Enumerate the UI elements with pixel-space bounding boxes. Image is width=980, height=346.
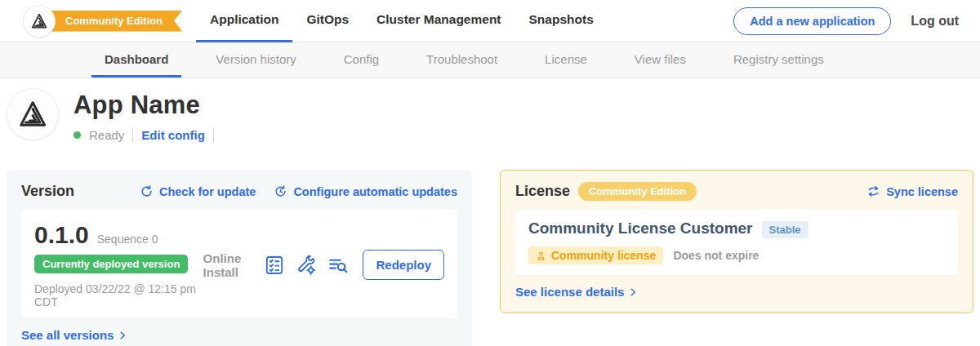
brand: Community Edition — [23, 5, 176, 38]
sync-icon — [866, 184, 880, 198]
license-card-title: License — [515, 183, 570, 200]
preflight-checklist-icon[interactable] — [264, 255, 285, 276]
license-card: License Community Edition Sync license C… — [500, 170, 973, 313]
community-edition-ribbon: Community Edition — [39, 11, 182, 32]
top-nav-bar: Community Edition Application GitOps Clu… — [0, 0, 980, 42]
app-status: Ready — [89, 128, 124, 142]
see-license-details-link[interactable]: See license details — [515, 285, 638, 299]
replicated-app-icon — [17, 99, 48, 130]
edit-config-link[interactable]: Edit config — [141, 128, 205, 142]
redeploy-button[interactable]: Redeploy — [363, 250, 444, 280]
current-version-panel: 0.1.0 Sequence 0 Currently deployed vers… — [21, 210, 457, 318]
channel-badge: Stable — [762, 221, 808, 238]
app-status-row: Ready Edit config — [74, 128, 214, 142]
app-sub-nav: Dashboard Version history Config Trouble… — [0, 42, 980, 78]
version-card-title: Version — [21, 183, 74, 200]
primary-tabs: Application GitOps Cluster Management Sn… — [196, 0, 608, 42]
chevron-right-icon — [628, 287, 638, 297]
configure-automatic-updates-link[interactable]: Configure automatic updates — [274, 184, 457, 198]
install-type-label: Online Install — [203, 251, 252, 279]
schedule-update-icon — [274, 184, 287, 198]
deployed-timestamp: Deployed 03/22/22 @ 12:15 pm CDT — [34, 282, 203, 308]
see-all-versions-link[interactable]: See all versions — [21, 328, 127, 342]
diff-search-icon[interactable] — [327, 255, 349, 276]
divider — [213, 129, 214, 142]
subnav-item-dashboard[interactable]: Dashboard — [91, 42, 181, 78]
refresh-icon — [140, 184, 154, 198]
chevron-right-icon — [118, 330, 127, 340]
replicated-logo-icon — [30, 12, 48, 30]
subnav-item-registry-settings[interactable]: Registry settings — [720, 42, 837, 78]
sync-license-link[interactable]: Sync license — [866, 184, 958, 198]
page-title: App Name — [74, 91, 214, 120]
replicated-logo — [23, 5, 56, 38]
license-details-panel: Community License Customer Stable Commun… — [515, 210, 958, 275]
divider — [132, 129, 133, 142]
ribbon-label: Community Edition — [65, 15, 163, 27]
check-for-update-link[interactable]: Check for update — [140, 184, 256, 198]
tab-gitops[interactable]: GitOps — [292, 0, 363, 42]
dashboard-cards: Version Check for update — [0, 163, 980, 346]
license-type-badge: Community license — [528, 246, 663, 264]
tab-cluster-management[interactable]: Cluster Management — [363, 0, 514, 42]
customer-name: Community License Customer — [528, 220, 753, 237]
wrench-gear-icon[interactable] — [296, 255, 317, 276]
subnav-item-view-files[interactable]: View files — [621, 42, 699, 78]
version-card: Version Check for update — [7, 170, 472, 346]
add-new-application-button[interactable]: Add a new application — [733, 7, 891, 35]
subnav-item-troubleshoot[interactable]: Troubleshoot — [413, 42, 510, 78]
currently-deployed-badge: Currently deployed version — [34, 255, 188, 273]
status-dot — [74, 131, 81, 139]
sequence-label: Sequence 0 — [97, 233, 158, 246]
app-header: App Name Ready Edit config — [0, 78, 980, 163]
person-icon — [536, 251, 546, 261]
subnav-item-config[interactable]: Config — [331, 42, 392, 78]
logout-link[interactable]: Log out — [911, 14, 959, 29]
version-number: 0.1.0 — [34, 221, 89, 249]
tab-snapshots[interactable]: Snapshots — [515, 0, 608, 42]
community-edition-badge: Community Edition — [578, 182, 697, 201]
tab-application[interactable]: Application — [196, 0, 292, 42]
expiry-text: Does not expire — [673, 249, 759, 262]
subnav-item-version-history[interactable]: Version history — [203, 42, 309, 78]
app-logo — [7, 88, 59, 140]
subnav-item-license[interactable]: License — [532, 42, 600, 78]
